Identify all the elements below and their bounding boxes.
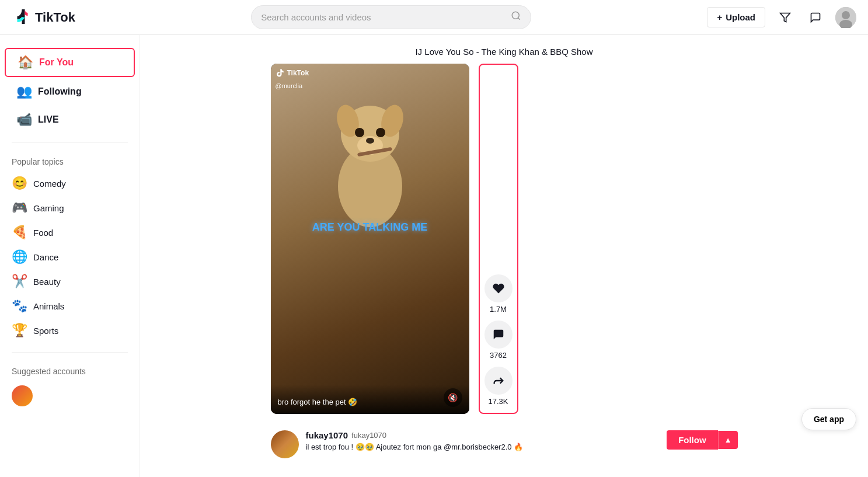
svg-point-3 [842, 11, 850, 19]
upload-label: Upload [726, 12, 755, 22]
share-icon [492, 374, 505, 387]
logo-area[interactable]: TikTok [12, 8, 75, 27]
logo-text: TikTok [35, 10, 75, 25]
topic-sports[interactable]: 🏆 Sports [0, 318, 140, 343]
video-thumbnail [271, 64, 469, 414]
video-username: @murclia [276, 82, 303, 89]
topic-animals-label: Animals [33, 301, 64, 311]
popular-topics-title: Popular topics [0, 152, 140, 171]
share-button[interactable] [484, 367, 513, 395]
header-actions: + Upload [707, 7, 856, 28]
sidebar-for-you-label: For You [39, 57, 74, 68]
share-action: 17.3K [484, 367, 513, 406]
like-button[interactable] [484, 274, 513, 302]
suggested-avatar [12, 385, 33, 406]
home-icon: 🏠 [18, 55, 33, 70]
inbox-button[interactable] [805, 7, 826, 28]
sidebar-item-live[interactable]: 📹 LIVE [5, 106, 135, 133]
video-brand-text: TikTok [287, 69, 309, 77]
video-tiktok-icon [276, 68, 285, 78]
suggested-accounts-title: Suggested accounts [0, 362, 140, 381]
like-action: 1.7M [484, 274, 513, 314]
follow-dropdown-button[interactable]: ▲ [718, 431, 738, 449]
svg-marker-1 [780, 13, 790, 22]
heart-icon [492, 282, 505, 295]
post-avatar-image [271, 430, 299, 458]
video-post: TikTok @murclia ARE YOU TALKING ME bro f… [271, 64, 738, 414]
svg-point-10 [355, 128, 364, 137]
topic-animals[interactable]: 🐾 Animals [0, 294, 140, 318]
share-count: 17.3K [489, 397, 508, 406]
header: TikTok + Upload [0, 0, 868, 35]
sidebar-divider-2 [12, 352, 128, 353]
topic-beauty-label: Beauty [33, 277, 61, 287]
avatar-icon [835, 7, 856, 28]
follow-button-wrapper: Follow ▲ [667, 430, 737, 450]
topic-beauty[interactable]: ✂️ Beauty [0, 269, 140, 294]
post-user-details: fukay1070 fukay1070 il est trop fou ! 🥹🥹… [306, 430, 524, 451]
animals-icon: 🐾 [12, 298, 27, 314]
topic-dance[interactable]: 🌐 Dance [0, 245, 140, 269]
video-caption-bar: bro forgot he the pet 🤣 [271, 385, 469, 414]
topic-food-label: Food [33, 228, 53, 238]
avatar[interactable] [835, 7, 856, 28]
live-icon: 📹 [16, 112, 32, 127]
beauty-icon: ✂️ [12, 274, 27, 289]
dance-icon: 🌐 [12, 249, 27, 264]
topic-gaming-label: Gaming [33, 203, 64, 213]
post-handle: fukay1070 [351, 431, 386, 440]
follow-button[interactable]: Follow [667, 430, 718, 450]
dog-illustration [312, 81, 428, 245]
sidebar-divider [12, 142, 128, 143]
post-user-left: fukay1070 fukay1070 il est trop fou ! 🥹🥹… [271, 430, 524, 458]
topic-sports-label: Sports [33, 326, 58, 336]
food-icon: 🍕 [12, 225, 27, 240]
filter-icon [779, 12, 791, 23]
tiktok-logo-icon [12, 8, 32, 27]
post-username[interactable]: fukay1070 fukay1070 [306, 430, 524, 440]
post-description: il est trop fou ! 🥹🥹 Ajoutez fort mon ga… [306, 443, 524, 451]
comment-action: 3762 [484, 321, 513, 360]
upload-button[interactable]: + Upload [707, 7, 765, 27]
topic-comedy-label: Comedy [33, 179, 66, 189]
search-input[interactable] [261, 12, 511, 22]
svg-point-11 [376, 128, 385, 137]
sports-icon: 🏆 [12, 323, 27, 338]
comment-icon [492, 328, 505, 341]
mute-button[interactable]: 🔇 [444, 388, 462, 407]
video-wrapper[interactable]: TikTok @murclia ARE YOU TALKING ME bro f… [271, 64, 469, 414]
search-icon [511, 11, 521, 21]
main-layout: 🏠 For You 👥 Following 📹 LIVE Popular top… [0, 35, 868, 470]
plus-icon: + [717, 12, 722, 22]
mute-icon: 🔇 [448, 393, 458, 402]
sidebar: 🏠 For You 👥 Following 📹 LIVE Popular top… [0, 35, 140, 470]
video-caption-text: bro forgot he the pet 🤣 [278, 398, 358, 406]
feed-container: IJ Love You So - The King Khan & BBQ Sho… [271, 47, 738, 458]
sidebar-live-label: LIVE [38, 114, 59, 125]
search-button[interactable] [511, 11, 521, 24]
like-count: 1.7M [490, 305, 507, 314]
filter-button[interactable] [775, 7, 796, 28]
svg-point-0 [512, 12, 519, 19]
sidebar-item-for-you[interactable]: 🏠 For You [5, 48, 135, 77]
content-area: IJ Love You So - The King Khan & BBQ Sho… [140, 35, 868, 470]
action-buttons-panel: 1.7M 3762 [479, 64, 518, 414]
topic-food[interactable]: 🍕 Food [0, 220, 140, 245]
sidebar-following-label: Following [38, 86, 82, 97]
svg-point-12 [366, 138, 374, 144]
following-icon: 👥 [16, 84, 32, 99]
topic-comedy[interactable]: 😊 Comedy [0, 171, 140, 196]
suggested-account-item[interactable] [0, 381, 140, 411]
inbox-icon [810, 12, 821, 23]
get-app-button[interactable]: Get app [801, 408, 856, 430]
topic-dance-label: Dance [33, 252, 58, 262]
video-brand-overlay: TikTok [276, 68, 309, 78]
post-user-avatar[interactable] [271, 430, 299, 458]
song-title: IJ Love You So - The King Khan & BBQ Sho… [271, 47, 738, 57]
comedy-icon: 😊 [12, 176, 27, 191]
comment-button[interactable] [484, 321, 513, 349]
gaming-icon: 🎮 [12, 200, 27, 215]
search-box [251, 5, 531, 29]
sidebar-item-following[interactable]: 👥 Following [5, 78, 135, 105]
topic-gaming[interactable]: 🎮 Gaming [0, 196, 140, 220]
